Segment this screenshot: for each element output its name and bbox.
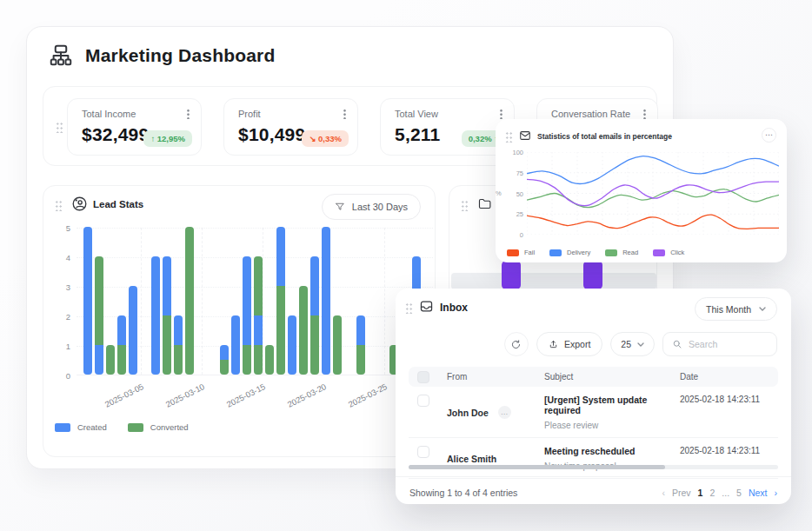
drag-handle-icon[interactable] (505, 130, 513, 143)
lead-bar (117, 315, 126, 375)
kebab-menu-icon[interactable] (187, 109, 190, 119)
kebab-menu-icon[interactable] (343, 109, 346, 119)
gridline (141, 228, 142, 375)
x-axis-label: 2025-03-10 (148, 382, 206, 418)
table-row[interactable]: Alice Smith Meeting rescheduled New time… (409, 438, 778, 479)
legend-item: Click (653, 249, 684, 256)
pagination: ‹ Prev 1 2 ... 5 Next › (662, 488, 777, 498)
email-preview: Please review (544, 421, 680, 430)
drag-handle-icon[interactable] (55, 199, 63, 211)
lead-bar (265, 345, 274, 375)
page-size-value: 25 (621, 339, 631, 349)
select-all-checkbox[interactable] (417, 371, 429, 383)
legend-label: Converted (150, 422, 189, 432)
trend-badge: ↑ 12,95% (143, 130, 192, 147)
row-checkbox[interactable] (417, 446, 429, 458)
search-box (662, 332, 777, 356)
lead-chart-legend: CreatedConverted (55, 422, 189, 432)
page-size-dropdown[interactable]: 25 (610, 332, 655, 356)
ellipsis-menu-button[interactable]: ⋯ (762, 128, 776, 143)
email-date: 2025-02-18 14:23:11 (680, 395, 778, 430)
lead-bar (83, 227, 92, 375)
page-button-1[interactable]: 1 (698, 488, 703, 498)
table-row[interactable]: John Doe ... [Urgent] System update requ… (409, 387, 778, 438)
export-button[interactable]: Export (536, 332, 602, 356)
refresh-button[interactable] (504, 332, 529, 356)
inbox-table: From Subject Date John Doe ... [Urgent] … (409, 367, 778, 479)
stat-card-total-view: Total View 5,211 0,32% ↑ (380, 98, 515, 156)
stat-title: Conversation Rate (551, 109, 630, 119)
folder-chart-bar (583, 261, 602, 289)
scrollbar-thumb[interactable] (409, 465, 665, 469)
table-header-row: From Subject Date (409, 367, 778, 387)
search-input[interactable] (689, 339, 767, 349)
lead-bar (299, 286, 308, 375)
page-button-2[interactable]: 2 (709, 488, 715, 498)
prev-chevron[interactable]: ‹ (662, 488, 666, 498)
legend-label: Fail (524, 249, 535, 256)
lead-bar (231, 315, 240, 375)
upload-icon (549, 339, 558, 349)
period-label: This Month (706, 304, 751, 315)
x-axis-label: 2025-03-15 (209, 382, 267, 418)
next-button[interactable]: Next (749, 488, 768, 498)
last-30-days-filter-button[interactable]: Last 30 Days (322, 194, 421, 220)
sender-name: Alice Smith (447, 454, 496, 464)
y-axis-title: % (496, 189, 502, 197)
line-series-click (527, 179, 779, 205)
prev-button[interactable]: Prev (672, 488, 691, 498)
email-stats-card: Statistics of total emails in percentage… (496, 119, 787, 262)
period-dropdown[interactable]: This Month (695, 297, 777, 321)
inbox-title: Inbox (440, 302, 468, 314)
stat-title: Profit (238, 109, 261, 119)
page-title: Marketing Dashboard (85, 45, 276, 66)
stat-card-profit: Profit $10,499 ↘ 0,33% (223, 98, 358, 156)
folder-chart-bar (502, 261, 521, 289)
more-actions-badge[interactable]: ... (498, 406, 511, 419)
lead-stats-title: Lead Stats (93, 199, 143, 209)
stat-title: Total View (395, 109, 438, 119)
lead-bar (174, 315, 183, 375)
inbox-toolbar: Export 25 (504, 332, 777, 356)
y-axis-tick: 5 (53, 223, 70, 233)
email-stats-title: Statistics of total emails in percentage (537, 132, 672, 141)
legend-item: Created (55, 422, 107, 432)
kebab-menu-icon[interactable] (500, 109, 503, 119)
horizontal-scrollbar (409, 465, 778, 469)
search-icon (672, 339, 682, 349)
stat-value: 5,211 (395, 124, 440, 145)
lead-bar (95, 256, 103, 375)
y-axis-tick: 0 (504, 231, 523, 239)
next-chevron[interactable]: › (775, 488, 778, 498)
inbox-tray-icon (419, 299, 434, 314)
drag-handle-icon[interactable] (405, 302, 413, 314)
envelope-icon (519, 129, 531, 142)
gridline (263, 228, 263, 375)
legend-item: Read (605, 249, 638, 256)
y-axis-tick: 75 (504, 169, 523, 176)
refresh-icon (510, 339, 522, 350)
chevron-down-icon (759, 307, 766, 311)
stat-value: $32,499 (82, 124, 149, 145)
y-axis-tick: 4 (53, 253, 70, 262)
row-checkbox[interactable] (417, 395, 429, 407)
legend-swatch (605, 249, 617, 256)
legend-swatch (653, 249, 665, 256)
email-line-chart: 1007550250% (527, 152, 779, 235)
lead-bar-chart: 5432102025-03-052025-03-102025-03-152025… (77, 228, 433, 375)
page-button-5[interactable]: 5 (736, 488, 742, 498)
lead-bar (288, 315, 296, 375)
column-header-date: Date (680, 372, 778, 382)
sitemap-icon (48, 43, 74, 69)
chevron-down-icon (637, 342, 644, 347)
lead-bar (151, 256, 160, 375)
y-axis-tick: 100 (504, 149, 523, 156)
email-chart-legend: FailDeliveryReadClick (507, 249, 684, 256)
drag-handle-icon[interactable] (56, 121, 63, 133)
legend-label: Read (622, 249, 638, 256)
lead-bar (163, 256, 171, 375)
entries-summary: Showing 1 to 4 of 4 entries (409, 488, 517, 498)
y-axis-tick: 0 (53, 371, 70, 381)
legend-label: Delivery (567, 249, 590, 256)
kebab-menu-icon[interactable] (643, 109, 646, 119)
